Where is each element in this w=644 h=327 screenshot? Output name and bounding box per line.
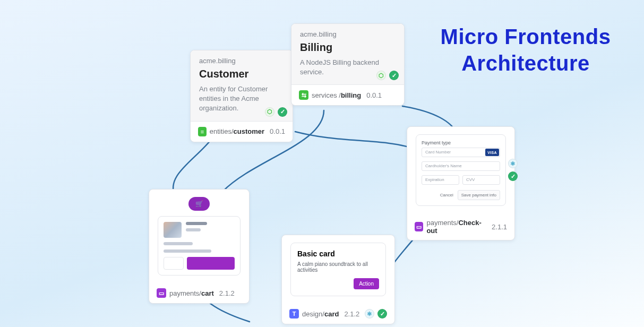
primary-button[interactable] — [187, 257, 235, 270]
title-line-2: Architecture — [414, 50, 637, 76]
entity-icon: ≡ — [198, 127, 207, 136]
path-label: design/card — [302, 310, 339, 318]
ui-component-icon: ▭ — [415, 222, 423, 231]
react-badge-icon: ⚛ — [365, 309, 374, 319]
status-check-icon: ✓ — [389, 71, 399, 80]
version-label: 2.1.2 — [219, 289, 235, 297]
card-footer: ⇆ services /billing 0.0.1 — [291, 85, 404, 105]
component-card-design[interactable]: Basic card A calm piano soundtrack to al… — [281, 235, 395, 324]
status-badges: ⚛ ✓ — [508, 159, 518, 181]
tech-badge-icon: ⬡ — [376, 71, 386, 80]
placeholder-line — [164, 249, 211, 253]
action-button[interactable]: Action — [354, 278, 379, 289]
path-label: payments/Check-out — [426, 219, 486, 235]
status-check-icon: ✓ — [278, 107, 287, 117]
scope-label: acme.billing — [300, 30, 396, 38]
checkout-preview: Payment type Card Number VISA Cardholder… — [407, 127, 514, 213]
design-component-icon: T — [289, 309, 299, 319]
basic-card-title: Basic card — [297, 249, 379, 258]
cart-preview: 🛒 — [149, 190, 249, 283]
version-label: 0.0.1 — [366, 91, 382, 99]
card-footer: ▭ payments/cart 2.1.2 — [149, 283, 249, 303]
service-icon: ⇆ — [299, 90, 308, 100]
product-thumbnail — [164, 222, 182, 238]
card-head: acme.billing Billing A NodeJS Billing ba… — [291, 24, 404, 85]
component-card-checkout[interactable]: Payment type Card Number VISA Cardholder… — [407, 126, 515, 240]
title-line-1: Micro Frontends — [414, 23, 637, 50]
page-title: Micro Frontends Architecture — [414, 23, 637, 76]
status-badges: ⬡ ✓ — [265, 107, 287, 117]
status-badges: ⬡ ✓ — [376, 71, 399, 80]
placeholder-line — [186, 228, 201, 231]
payment-type-label: Payment type — [422, 140, 500, 145]
placeholder-line — [164, 242, 193, 245]
card-head: acme.billing Customer An entity for Cust… — [191, 50, 293, 122]
version-label: 2.1.1 — [492, 223, 507, 231]
save-payment-button[interactable]: Save payment info — [458, 190, 500, 200]
diagram-canvas: Micro Frontends Architecture acme.billin… — [0, 0, 644, 327]
status-check-icon: ✓ — [508, 171, 518, 181]
card-footer: ≡ entities/customer 0.0.1 — [191, 122, 293, 142]
placeholder-line — [186, 222, 207, 225]
component-card-cart[interactable]: 🛒 ▭ payments/cart — [149, 189, 250, 304]
version-label: 0.0.1 — [270, 127, 285, 135]
tech-badge-icon: ⬡ — [265, 107, 274, 117]
cancel-button[interactable]: Cancel — [440, 193, 453, 197]
visa-badge: VISA — [485, 149, 499, 156]
card-number-input[interactable]: Card Number VISA — [422, 148, 500, 157]
card-footer: ▭ payments/Check-out 2.1.1 — [407, 213, 514, 240]
component-card-customer[interactable]: acme.billing Customer An entity for Cust… — [190, 50, 293, 142]
component-name: Billing — [300, 41, 396, 54]
status-badges: ⚛ ✓ — [365, 309, 387, 319]
status-check-icon: ✓ — [377, 309, 387, 319]
path-label: entities/customer — [210, 127, 264, 135]
scope-label: acme.billing — [199, 57, 284, 65]
basic-card-body: A calm piano soundtrack to all activitie… — [297, 261, 379, 273]
component-name: Customer — [199, 68, 284, 80]
cardholder-input[interactable]: Cardholder's Name — [422, 161, 500, 171]
path-label: payments/cart — [169, 289, 214, 297]
ui-component-icon: ▭ — [157, 288, 166, 298]
version-label: 2.1.2 — [344, 310, 359, 318]
design-card-preview: Basic card A calm piano soundtrack to al… — [282, 235, 394, 304]
expiration-input[interactable]: Expiration — [422, 175, 459, 185]
path-label: services /billing — [312, 91, 361, 99]
cvv-input[interactable]: CVV — [462, 175, 500, 185]
react-badge-icon: ⚛ — [508, 159, 518, 168]
cart-item-mock — [158, 216, 241, 276]
component-card-billing[interactable]: acme.billing Billing A NodeJS Billing ba… — [291, 23, 405, 106]
secondary-button[interactable] — [164, 257, 184, 270]
card-footer: T design/card 2.1.2 ⚛ ✓ — [282, 304, 394, 324]
cart-icon: 🛒 — [188, 197, 210, 211]
